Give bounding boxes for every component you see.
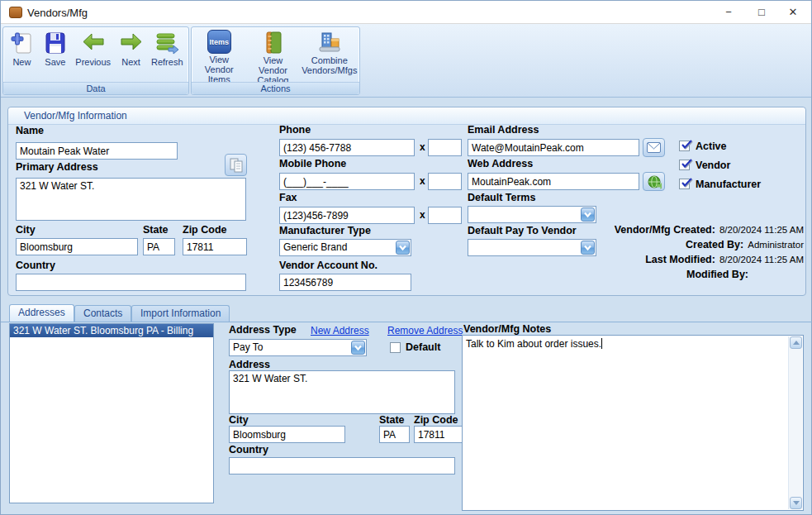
fax-input[interactable] [279, 207, 415, 224]
zip-code-input[interactable] [183, 238, 247, 255]
next-button-label: Next [121, 57, 140, 67]
address-zip-label: Zip Code [414, 414, 458, 426]
combine-vendors-button[interactable]: Combine Vendors/Mfgs [301, 29, 359, 76]
new-button-label: New [12, 57, 31, 67]
mobile-phone-input[interactable] [279, 173, 415, 190]
tab-import-information[interactable]: Import Information [131, 305, 230, 322]
view-vendor-items-label: View Vendor Items [194, 55, 244, 84]
notes-scrollbar[interactable] [788, 336, 802, 509]
scroll-down-icon[interactable] [790, 497, 802, 509]
vendor-checkbox[interactable] [679, 160, 690, 170]
list-item[interactable]: 321 W Water ST. Bloomsburg PA - Billing [10, 324, 213, 337]
remove-address-link[interactable]: Remove Address [387, 325, 463, 336]
active-checkbox-label: Active [696, 141, 727, 152]
address-textarea[interactable]: 321 W Water ST. [229, 370, 455, 414]
created-value: 8/20/2024 11:25 AM [719, 225, 804, 235]
vendor-notes-label: Vendor/Mfg Notes [463, 323, 551, 335]
manufacturer-type-dropdown[interactable]: Generic Brand [279, 239, 411, 256]
vendor-notes-textarea[interactable]: Talk to Kim about order issues. [462, 335, 804, 511]
country-input[interactable] [16, 274, 246, 291]
maximize-icon[interactable]: □ [745, 1, 778, 24]
ribbon-toolbar: New Save [1, 24, 811, 98]
next-button[interactable]: Next [116, 29, 146, 68]
fax-ext-x-label: x [420, 209, 425, 221]
primary-address-textarea[interactable]: 321 W Water ST. [16, 178, 246, 221]
save-button-label: Save [45, 57, 65, 67]
tab-addresses[interactable]: Addresses [9, 304, 74, 322]
address-state-label: State [379, 414, 405, 426]
title-bar: Vendors/Mfg − □ ✕ [1, 1, 811, 24]
ribbon-group-data-label: Data [3, 82, 188, 94]
chevron-down-icon[interactable] [581, 207, 595, 222]
phone-label: Phone [279, 124, 311, 136]
address-state-input[interactable] [379, 426, 410, 443]
name-input[interactable] [16, 142, 178, 160]
address-label: Address [229, 359, 270, 370]
refresh-button[interactable]: Refresh [150, 29, 185, 68]
address-city-label: City [229, 414, 249, 426]
last-modified-label: Last Modified: [579, 254, 715, 265]
view-vendor-items-button[interactable]: Items View Vendor Items [192, 29, 245, 85]
address-city-input[interactable] [229, 426, 345, 443]
tab-contacts[interactable]: Contacts [74, 305, 131, 322]
combine-vendors-label: Combine Vendors/Mfgs [302, 55, 357, 75]
address-listbox[interactable]: 321 W Water ST. Bloomsburg PA - Billing [9, 323, 214, 503]
chevron-down-icon[interactable] [396, 241, 410, 255]
city-label: City [16, 224, 36, 236]
web-address-input[interactable] [468, 173, 639, 190]
checkmark-icon [680, 139, 693, 152]
new-address-link[interactable]: New Address [311, 325, 369, 336]
mail-icon [647, 142, 661, 153]
web-address-label: Web Address [468, 158, 533, 169]
view-vendor-catalog-button[interactable]: View Vendor Catalog [247, 29, 300, 86]
default-checkbox-label: Default [406, 341, 440, 353]
default-payto-label: Default Pay To Vendor [468, 225, 577, 236]
combine-vendors-icon [316, 30, 343, 55]
email-address-input[interactable] [468, 139, 639, 156]
email-address-label: Email Address [468, 124, 539, 136]
new-icon [8, 30, 35, 56]
globe-icon [647, 174, 662, 189]
vendor-account-input[interactable] [279, 274, 411, 291]
phone-ext-input[interactable] [428, 139, 462, 156]
state-input[interactable] [143, 238, 175, 255]
address-country-input[interactable] [229, 457, 455, 474]
address-country-label: Country [229, 444, 268, 455]
city-input[interactable] [16, 238, 138, 255]
fax-ext-input[interactable] [428, 207, 462, 224]
save-icon [42, 30, 69, 56]
default-terms-label: Default Terms [468, 192, 535, 203]
manufacturer-checkbox[interactable] [679, 179, 690, 189]
mobile-ext-x-label: x [420, 175, 425, 187]
default-address-checkbox[interactable] [390, 342, 401, 353]
send-email-button[interactable] [643, 138, 665, 157]
scroll-up-icon[interactable] [790, 336, 802, 349]
default-payto-dropdown[interactable] [468, 239, 596, 256]
next-arrow-icon [118, 30, 145, 56]
refresh-button-label: Refresh [151, 57, 183, 67]
default-terms-dropdown[interactable] [468, 206, 596, 223]
view-vendor-catalog-label: View Vendor Catalog [249, 55, 298, 85]
new-button[interactable]: New [7, 29, 36, 68]
zip-code-label: Zip Code [183, 224, 226, 236]
phone-input[interactable] [279, 139, 415, 156]
previous-button[interactable]: Previous [74, 29, 112, 68]
open-website-button[interactable] [643, 172, 665, 191]
save-button[interactable]: Save [40, 29, 70, 68]
modified-by-row: Modified By: [579, 269, 804, 280]
checkmark-icon [680, 158, 693, 171]
mobile-ext-input[interactable] [428, 173, 462, 190]
text-cursor [601, 338, 602, 349]
minimize-icon[interactable]: − [712, 1, 745, 24]
refresh-icon [154, 30, 180, 56]
copy-icon [228, 157, 245, 174]
close-icon[interactable]: ✕ [776, 1, 810, 24]
created-row: Vendor/Mfg Created: 8/20/2024 11:25 AM [579, 224, 804, 236]
name-label: Name [16, 125, 44, 136]
chevron-down-icon[interactable] [351, 341, 365, 355]
address-type-label: Address Type [229, 324, 297, 336]
copy-address-button[interactable] [225, 154, 247, 176]
address-type-dropdown[interactable]: Pay To [229, 339, 367, 356]
audit-info: Vendor/Mfg Created: 8/20/2024 11:25 AM C… [579, 224, 804, 284]
active-checkbox[interactable] [679, 141, 690, 151]
